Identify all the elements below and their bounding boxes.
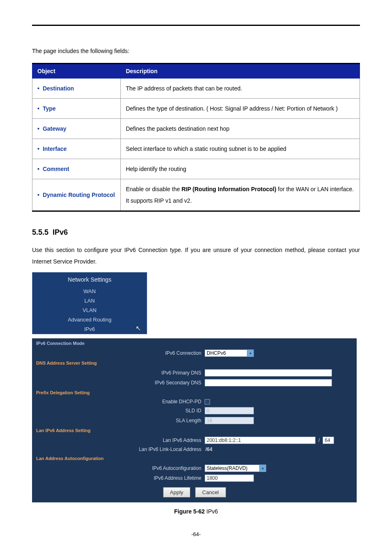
chevron-down-icon: ▾ xyxy=(247,349,254,357)
desc-text: The IP address of packets that can be ro… xyxy=(121,79,360,99)
fields-table: Object Description •Destination The IP a… xyxy=(32,63,360,212)
table-row: •Dynamic Routing Protocol Enable or disa… xyxy=(32,179,360,211)
input-sla-length[interactable] xyxy=(205,417,254,424)
input-ipv6-secondary-dns[interactable] xyxy=(205,379,332,386)
label-ipv6-primary-dns: IPv6 Primary DNS xyxy=(32,370,205,376)
section-lan-autoconf: Lan Address Autoconfiguration xyxy=(32,453,357,463)
page-number: -64- xyxy=(32,531,360,537)
table-row: •Comment Help identify the routing xyxy=(32,159,360,179)
bullet-icon: • xyxy=(37,192,43,198)
bullet-icon: • xyxy=(37,105,43,112)
figure-caption: Figure 5-62 IPv6 xyxy=(32,508,360,515)
label-ipv6-connection: IPv6 Connection xyxy=(32,350,205,356)
bullet-icon: • xyxy=(37,85,43,92)
checkbox-enable-dhcp-pd[interactable] xyxy=(205,399,210,405)
ipv6-settings-panel: IPv6 Connection Mode IPv6 Connection DHC… xyxy=(32,338,357,502)
bullet-icon: • xyxy=(37,146,43,152)
nav-item-advanced-routing[interactable]: Advanced Routing xyxy=(32,315,147,324)
page-top-rule xyxy=(32,25,360,26)
section-prefix-delegation: Prefix Delegation Setting xyxy=(32,388,357,398)
obj-label: Type xyxy=(43,105,56,112)
desc-text: Help identify the routing xyxy=(121,159,360,179)
bullet-icon: • xyxy=(37,166,43,172)
bullet-icon: • xyxy=(37,125,43,132)
section-ipv6-conn-mode: IPv6 Connection Mode xyxy=(32,338,357,348)
nav-item-vlan[interactable]: VLAN xyxy=(32,305,147,315)
select-ipv6-connection[interactable]: DHCPv6 ▾ xyxy=(205,349,254,357)
input-ipv6-lifetime[interactable] xyxy=(205,474,254,482)
label-sla-length: SLA Length xyxy=(32,418,205,423)
table-row: •Destination The IP address of packets t… xyxy=(32,79,360,99)
table-row: •Interface Select interface to which a s… xyxy=(32,139,360,159)
network-settings-nav: Network Settings WAN LAN VLAN Advanced R… xyxy=(32,272,147,334)
cursor-icon: ↖ xyxy=(136,324,141,332)
obj-label: Destination xyxy=(43,85,74,92)
table-row: •Gateway Defines the packets destination… xyxy=(32,119,360,139)
intro-text: The page includes the following fields: xyxy=(32,46,360,56)
slash-separator: / xyxy=(317,437,321,443)
input-sld-id[interactable] xyxy=(205,407,254,414)
section-heading: 5.5.5 IPv6 xyxy=(32,228,360,237)
label-ipv6-autoconf: IPv6 Autoconfiguration xyxy=(32,465,205,471)
select-ipv6-autoconf[interactable]: Stateless(RADVD) ▾ xyxy=(205,465,266,472)
apply-button[interactable]: Apply xyxy=(163,487,191,497)
input-ipv6-primary-dns[interactable] xyxy=(205,369,332,377)
nav-item-ipv6[interactable]: IPv6 xyxy=(32,324,147,334)
obj-label: Dynamic Routing Protocol xyxy=(43,192,115,198)
desc-text: Defines the packets destination next hop xyxy=(121,119,360,139)
desc-text: Select interface to which a static routi… xyxy=(121,139,360,159)
th-description: Description xyxy=(121,64,360,79)
desc-text: Defines the type of destination. ( Host:… xyxy=(121,99,360,119)
nav-item-lan[interactable]: LAN xyxy=(32,296,147,305)
section-body: Use this section to configure your IPv6 … xyxy=(32,244,360,267)
cancel-button[interactable]: Cancel xyxy=(195,487,226,497)
section-lan-ipv6-address: Lan IPv6 Address Setting xyxy=(32,426,357,435)
nav-header: Network Settings xyxy=(32,273,147,287)
desc-text: Enable or disable the RIP (Routing Infor… xyxy=(121,179,360,211)
label-enable-dhcp-pd: Enable DHCP-PD xyxy=(32,399,205,405)
section-dns-address: DNS Address Server Setting xyxy=(32,358,357,368)
label-ipv6-secondary-dns: IPv6 Secondary DNS xyxy=(32,380,205,386)
th-object: Object xyxy=(32,64,121,79)
obj-label: Comment xyxy=(43,166,69,172)
value-lan-ipv6-link-local: /64 xyxy=(205,446,212,452)
chevron-down-icon: ▾ xyxy=(259,465,266,472)
nav-item-wan[interactable]: WAN xyxy=(32,287,147,296)
label-sld-id: SLD ID xyxy=(32,408,205,414)
input-lan-ipv6-address[interactable] xyxy=(205,437,316,444)
input-lan-ipv6-prefix[interactable] xyxy=(323,437,334,444)
label-ipv6-lifetime: IPv6 Address Lifetime xyxy=(32,475,205,481)
obj-label: Interface xyxy=(43,146,67,152)
table-row: •Type Defines the type of destination. (… xyxy=(32,99,360,119)
label-lan-ipv6-link-local: Lan IPv6 Link-Local Address xyxy=(32,446,205,452)
obj-label: Gateway xyxy=(43,125,67,132)
label-lan-ipv6-address: Lan IPv6 Address xyxy=(32,437,205,443)
